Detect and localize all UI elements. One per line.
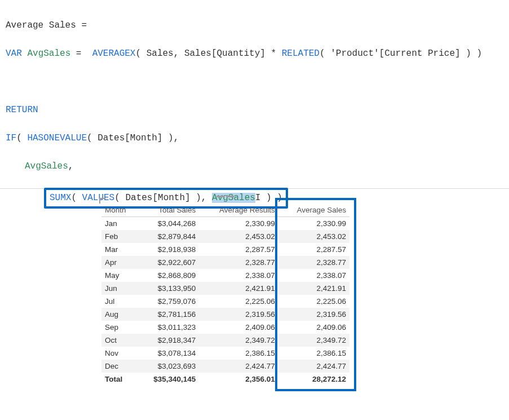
cell-average-results: 2,386.15 <box>199 347 278 360</box>
cell-month: Sep <box>101 321 137 334</box>
fn-if: IF <box>6 133 16 143</box>
fn-hasonevalue: HASONEVALUE <box>27 133 87 143</box>
table-row[interactable]: Jul$2,759,0762,225.062,225.06 <box>101 295 349 308</box>
cell-month: Dec <box>101 360 137 373</box>
table-row[interactable]: Nov$3,078,1342,386.152,386.15 <box>101 347 349 360</box>
resize-handle-corner-icon[interactable] <box>99 198 105 204</box>
table-row[interactable]: Apr$2,922,6072,328.772,328.77 <box>101 256 349 269</box>
cell-total-sales: $2,781,156 <box>137 308 199 321</box>
var-name-ref-1: AvgSales <box>25 161 68 171</box>
fn-related: RELATED <box>282 48 320 59</box>
cell-total-sales: $3,078,134 <box>137 347 199 360</box>
cell-month: Apr <box>101 256 137 269</box>
total-label: Total <box>101 373 137 386</box>
report-canvas[interactable]: Month Total Sales Average Results Averag… <box>0 189 509 420</box>
col-sales-quantity: Sales[Quantity] <box>184 48 265 59</box>
table-row[interactable]: Oct$2,918,3472,349.722,349.72 <box>101 334 349 347</box>
matrix-total-row: Total $35,340,145 2,356.01 28,272.12 <box>101 373 349 386</box>
total-average-results: 2,356.01 <box>199 373 278 386</box>
fn-averagex: AVERAGEX <box>92 48 136 59</box>
cell-average-sales: 2,424.77 <box>278 360 349 373</box>
hdr-average-sales[interactable]: Average Sales <box>278 200 349 217</box>
cell-average-sales: 2,409.06 <box>278 321 349 334</box>
cell-month: May <box>101 269 137 282</box>
matrix-header-row: Month Total Sales Average Results Averag… <box>101 200 349 217</box>
cell-average-sales: 2,225.06 <box>278 295 349 308</box>
table-row[interactable]: Mar$2,918,9382,287.572,287.57 <box>101 243 349 256</box>
formula-line-2: VAR AvgSales = AVERAGEX( Sales, Sales[Qu… <box>6 47 503 61</box>
formula-editor[interactable]: Average Sales = VAR AvgSales = AVERAGEX(… <box>0 0 509 189</box>
cell-month: Jul <box>101 295 137 308</box>
cell-average-results: 2,319.56 <box>199 308 278 321</box>
var-name-decl: AvgSales <box>27 48 70 59</box>
cell-average-sales: 2,338.07 <box>278 269 349 282</box>
formula-line-return: RETURN <box>6 103 503 117</box>
matrix-visual[interactable]: Month Total Sales Average Results Averag… <box>101 200 349 386</box>
table-row[interactable]: Dec$3,023,6932,424.772,424.77 <box>101 360 349 373</box>
table-row[interactable]: Aug$2,781,1562,319.562,319.56 <box>101 308 349 321</box>
col-dates-month-1: Dates[Month] <box>98 133 162 143</box>
cell-month: Aug <box>101 308 137 321</box>
cell-total-sales: $2,918,938 <box>137 243 199 256</box>
mult-op: * <box>271 48 277 59</box>
assign-op: = <box>76 48 82 59</box>
cell-average-results: 2,424.77 <box>199 360 278 373</box>
hdr-month[interactable]: Month <box>101 200 137 217</box>
cell-average-results: 2,453.02 <box>199 230 278 243</box>
equals-op: = <box>81 20 87 30</box>
cell-average-results: 2,287.57 <box>199 243 278 256</box>
cell-average-results: 2,421.91 <box>199 282 278 295</box>
cell-month: Nov <box>101 347 137 360</box>
formula-line-var-ref: AvgSales, <box>6 160 503 174</box>
cell-average-sales: 2,319.56 <box>278 308 349 321</box>
table-row[interactable]: Jan$3,044,2682,330.992,330.99 <box>101 217 349 231</box>
hdr-total-sales[interactable]: Total Sales <box>137 200 199 217</box>
cell-total-sales: $3,023,693 <box>137 360 199 373</box>
cell-average-sales: 2,330.99 <box>278 217 349 231</box>
cell-average-sales: 2,328.77 <box>278 256 349 269</box>
cell-average-results: 2,328.77 <box>199 256 278 269</box>
cell-total-sales: $3,011,323 <box>137 321 199 334</box>
cell-month: Oct <box>101 334 137 347</box>
cell-average-results: 2,349.72 <box>199 334 278 347</box>
cell-month: Jan <box>101 217 137 231</box>
table-row[interactable]: Sep$3,011,3232,409.062,409.06 <box>101 321 349 334</box>
cell-average-sales: 2,287.57 <box>278 243 349 256</box>
cell-month: Feb <box>101 230 137 243</box>
formula-line-if: IF( HASONEVALUE( Dates[Month] ), <box>6 131 503 145</box>
cell-total-sales: $2,918,347 <box>137 334 199 347</box>
cell-average-sales: 2,386.15 <box>278 347 349 360</box>
measure-name: Average Sales <box>6 20 76 30</box>
table-row[interactable]: May$2,868,8092,338.072,338.07 <box>101 269 349 282</box>
total-average-sales: 28,272.12 <box>278 373 349 386</box>
formula-line-blank <box>6 75 503 89</box>
cell-average-sales: 2,349.72 <box>278 334 349 347</box>
col-product-price: 'Product'[Current Price] <box>330 48 460 59</box>
hdr-average-results[interactable]: Average Results <box>199 200 278 217</box>
cell-total-sales: $2,868,809 <box>137 269 199 282</box>
cell-total-sales: $3,133,950 <box>137 282 199 295</box>
cell-average-sales: 2,421.91 <box>278 282 349 295</box>
cell-month: Jun <box>101 282 137 295</box>
matrix-table: Month Total Sales Average Results Averag… <box>101 200 349 386</box>
return-keyword: RETURN <box>6 105 38 115</box>
cell-total-sales: $2,922,607 <box>137 256 199 269</box>
table-row[interactable]: Jun$3,133,9502,421.912,421.91 <box>101 282 349 295</box>
cell-total-sales: $2,879,844 <box>137 230 199 243</box>
cell-month: Mar <box>101 243 137 256</box>
resize-handle-mid-icon[interactable] <box>217 196 234 197</box>
tbl-sales: Sales <box>147 48 174 59</box>
table-row[interactable]: Feb$2,879,8442,453.022,453.02 <box>101 230 349 243</box>
var-keyword: VAR <box>6 48 22 59</box>
cell-average-results: 2,225.06 <box>199 295 278 308</box>
cell-average-results: 2,330.99 <box>199 217 278 231</box>
cell-total-sales: $3,044,268 <box>137 217 199 231</box>
cell-average-results: 2,409.06 <box>199 321 278 334</box>
formula-line-1: Average Sales = <box>6 19 503 33</box>
cell-average-sales: 2,453.02 <box>278 230 349 243</box>
cell-average-results: 2,338.07 <box>199 269 278 282</box>
total-total-sales: $35,340,145 <box>137 373 199 386</box>
cell-total-sales: $2,759,076 <box>137 295 199 308</box>
